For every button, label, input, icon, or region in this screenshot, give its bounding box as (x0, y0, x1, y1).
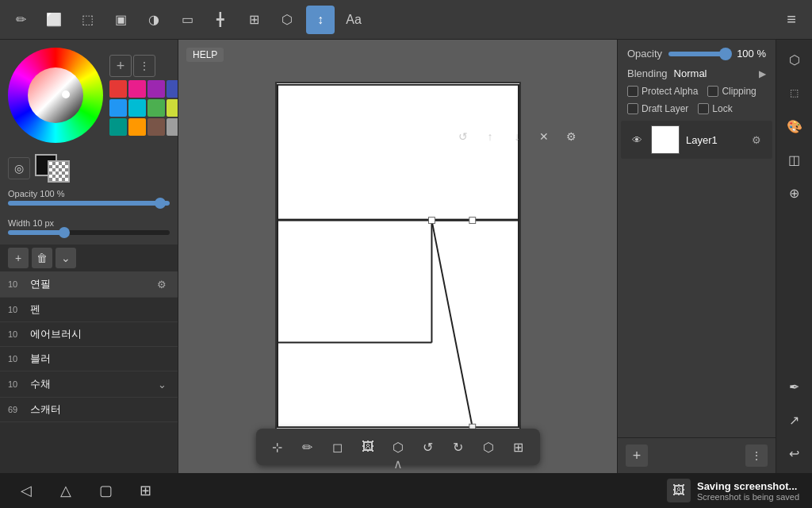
blending-arrow-icon[interactable]: ▶ (759, 68, 766, 79)
layer-eye-icon[interactable]: 👁 (629, 132, 645, 148)
swatch-7[interactable] (167, 99, 178, 117)
lock-label: Lock (712, 103, 732, 114)
color-section: + ⋮ (0, 40, 178, 151)
eraser-tool-btn[interactable]: ⬜ (40, 6, 68, 34)
lasso-btn[interactable]: ⬡ (273, 6, 301, 34)
swatch-menu-btn[interactable]: ⋮ (133, 55, 155, 77)
screenshot-btn[interactable]: ⊞ (132, 477, 159, 504)
protect-alpha-box (627, 86, 638, 97)
more-layers-btn[interactable]: ⋮ (745, 444, 768, 467)
swatch-11[interactable] (167, 118, 178, 136)
layers-fr-btn[interactable]: ◫ (779, 144, 810, 175)
color-mode-row: ◎ (0, 151, 178, 186)
select-fr-btn[interactable]: ⬚ (779, 78, 810, 108)
brush-settings-0[interactable]: ⚙ (154, 276, 170, 292)
svg-rect-0 (277, 85, 518, 220)
color-grid-top-row: + ⋮ (109, 55, 178, 77)
color-wheel[interactable] (8, 48, 103, 143)
brush-item-5[interactable]: 69 스캐터 (0, 398, 178, 422)
close-action-btn[interactable]: ✕ (533, 125, 555, 148)
refresh-action-btn[interactable]: ↺ (452, 125, 474, 148)
redo-bottom-btn[interactable]: ↻ (445, 433, 472, 460)
fg-bg-box[interactable] (35, 154, 70, 183)
swatch-9[interactable] (128, 118, 146, 136)
clipping-checkbox[interactable]: Clipping (707, 86, 756, 97)
gradient-tool-btn[interactable]: ◑ (140, 6, 168, 34)
undo-fr-btn[interactable]: ↩ (779, 438, 810, 468)
swatch-2[interactable] (147, 80, 165, 98)
brush-item-3[interactable]: 10 블러 (0, 347, 178, 371)
forward-fr-btn[interactable]: ↗ (779, 405, 810, 435)
help-badge[interactable]: HELP (186, 48, 224, 62)
main-menu-btn[interactable]: ≡ (777, 6, 806, 34)
compass-fr-btn[interactable]: ⊕ (779, 178, 810, 208)
width-track[interactable] (8, 230, 170, 235)
swatch-3[interactable] (167, 80, 178, 98)
settings-action-btn[interactable]: ⚙ (560, 125, 582, 148)
layer-item-0[interactable]: 👁 Layer1 ⚙ (621, 121, 772, 159)
color-wheel-container[interactable] (8, 48, 103, 143)
eyedropper-btn[interactable]: ╋ (206, 6, 235, 34)
swatch-6[interactable] (147, 99, 165, 117)
text-tool-btn[interactable]: Aa (339, 6, 368, 34)
add-swatch-btn[interactable]: + (109, 55, 132, 77)
rect-select-btn[interactable]: ▭ (173, 6, 201, 34)
far-right-panel: ⬡ ⬚ 🎨 ◫ ⊕ ✒ ↗ ↩ (776, 40, 812, 473)
add-layer-btn[interactable]: + (626, 444, 648, 467)
bg-color[interactable] (48, 160, 70, 183)
swatch-5[interactable] (128, 99, 146, 117)
add-brush-btn[interactable]: + (8, 248, 29, 268)
brush-item-2[interactable]: 10 에어브러시 (0, 322, 178, 347)
color-mode-icon[interactable]: ◎ (8, 157, 30, 179)
delete-brush-btn[interactable]: 🗑 (32, 248, 52, 268)
back-btn[interactable]: ◁ (13, 477, 40, 504)
swatch-4[interactable] (109, 99, 127, 117)
arrow-tool-btn[interactable]: ↕ (306, 6, 335, 34)
protect-alpha-checkbox[interactable]: Protect Alpha (627, 86, 698, 97)
brush-name-5: 스캐터 (30, 402, 170, 417)
fill-tool-btn[interactable]: ▣ (106, 6, 135, 34)
clipping-box (707, 86, 718, 97)
more-brush-btn[interactable]: ⌄ (56, 248, 76, 268)
draft-layer-checkbox[interactable]: Draft Layer (627, 103, 688, 114)
swatch-0[interactable] (109, 80, 127, 98)
swatch-1[interactable] (128, 80, 146, 98)
export-bottom-btn[interactable]: ⬡ (475, 433, 502, 460)
pencil-bottom-btn[interactable]: ✏ (294, 433, 321, 460)
eyedropper-bottom-btn[interactable]: ⊹ (264, 433, 291, 460)
pencil-tool-btn[interactable]: ✏ (6, 6, 35, 34)
brush-size-0: 10 (8, 279, 24, 289)
saving-icon: 🖼 (667, 479, 691, 502)
select-move-btn[interactable]: ⬚ (73, 6, 102, 34)
saving-text: Saving screenshot... Screenshot is being… (697, 480, 799, 502)
brush-expand-4[interactable]: ⌄ (154, 376, 170, 392)
recent-btn[interactable]: ▢ (92, 477, 119, 504)
brush-item-1[interactable]: 10 펜 (0, 298, 178, 322)
saving-title: Saving screenshot... (697, 480, 799, 492)
pen-fr-btn[interactable]: ✒ (779, 371, 810, 402)
grid-bottom-btn[interactable]: ⊞ (505, 433, 532, 460)
layer-thumbnail (651, 125, 680, 154)
left-panel: + ⋮ (0, 40, 178, 473)
swatch-8[interactable] (109, 118, 127, 136)
eraser-bottom-btn[interactable]: ◻ (324, 433, 351, 460)
layer-settings-btn[interactable]: ⚙ (749, 132, 764, 148)
undo-bottom-btn[interactable]: ↺ (415, 433, 442, 460)
image-bottom-btn[interactable]: 🖼 (354, 433, 381, 460)
brush-item-4[interactable]: 10 수채 ⌄ (0, 371, 178, 398)
opacity-track[interactable] (8, 201, 170, 206)
swatch-10[interactable] (147, 118, 165, 136)
export-fr-btn[interactable]: ⬡ (779, 44, 810, 75)
opacity-label-right: Opacity (627, 48, 662, 60)
brush-item-0[interactable]: 10 연필 ⚙ (0, 271, 178, 298)
lock-checkbox[interactable]: Lock (698, 103, 732, 114)
transform2-btn[interactable]: ⊞ (239, 6, 268, 34)
opacity-slider-track[interactable] (668, 52, 730, 56)
brush-list: 10 연필 ⚙ 10 펜 10 에어브러시 10 블러 10 수채 ⌄ (0, 271, 178, 473)
color-fr-btn[interactable]: 🎨 (779, 111, 810, 141)
down-action-btn[interactable]: ↓ (506, 125, 528, 148)
color-swatches-grid (109, 80, 178, 136)
up-action-btn[interactable]: ↑ (479, 125, 501, 148)
home-btn[interactable]: △ (52, 477, 79, 504)
chevron-up-btn[interactable]: ∧ (393, 456, 403, 471)
